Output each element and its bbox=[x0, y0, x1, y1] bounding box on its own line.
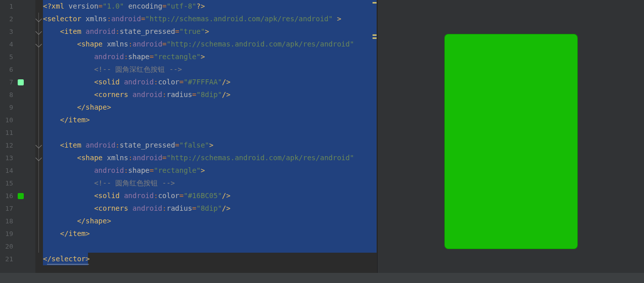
code-editor[interactable]: 123456789101112131415161718192021 <?xml … bbox=[0, 0, 377, 283]
line-number: 2 bbox=[0, 15, 16, 23]
code-line: <solid android:color="#7FFFAA"/> bbox=[43, 76, 231, 88]
fold-toggle[interactable] bbox=[36, 156, 41, 160]
code-area[interactable]: <?xml version="1.0" encoding="utf-8"?> <… bbox=[43, 0, 371, 283]
code-line bbox=[43, 240, 47, 253]
line-number: 16 bbox=[0, 192, 16, 200]
code-line: </shape> bbox=[43, 215, 111, 227]
code-line: <?xml version="1.0" encoding="utf-8"?> bbox=[43, 0, 205, 13]
line-number: 13 bbox=[0, 154, 16, 162]
fold-toggle[interactable] bbox=[36, 29, 41, 34]
code-line: <selector xmlns:android="http://schemas.… bbox=[43, 13, 341, 25]
fold-toggle[interactable] bbox=[36, 42, 41, 46]
color-swatch-icon[interactable] bbox=[18, 193, 24, 199]
line-number: 4 bbox=[0, 40, 16, 48]
line-number: 18 bbox=[0, 217, 16, 225]
line-number: 11 bbox=[0, 129, 16, 136]
line-number: 17 bbox=[0, 205, 16, 212]
fold-strip bbox=[35, 0, 42, 283]
line-number: 19 bbox=[0, 230, 16, 238]
gutter: 123456789101112131415161718192021 bbox=[0, 0, 35, 283]
code-line: <item android:state_pressed="true"> bbox=[43, 25, 209, 38]
line-number: 5 bbox=[0, 53, 16, 61]
code-line: </item> bbox=[43, 227, 90, 240]
line-number: 3 bbox=[0, 28, 16, 35]
app-root: 123456789101112131415161718192021 <?xml … bbox=[0, 0, 644, 283]
code-line: </selector> bbox=[43, 253, 90, 265]
line-number: 1 bbox=[0, 3, 16, 10]
code-line bbox=[43, 126, 47, 139]
line-number: 7 bbox=[0, 78, 16, 86]
line-number: 15 bbox=[0, 179, 16, 187]
preview-shape bbox=[444, 34, 578, 249]
line-number: 9 bbox=[0, 104, 16, 111]
marker-stripe[interactable] bbox=[372, 0, 377, 283]
code-line: <shape xmlns:android="http://schemas.and… bbox=[43, 38, 354, 51]
code-line: android:shape="rectangle"> bbox=[43, 164, 205, 177]
code-line: <!-- 圆角红色按钮 --> bbox=[43, 177, 175, 190]
fold-toggle[interactable] bbox=[36, 17, 41, 21]
fold-toggle[interactable] bbox=[36, 143, 41, 148]
line-number: 10 bbox=[0, 116, 16, 124]
code-line: </shape> bbox=[43, 101, 111, 114]
line-number: 6 bbox=[0, 66, 16, 73]
status-bar bbox=[0, 273, 644, 283]
code-line: <item android:state_pressed="false"> bbox=[43, 139, 213, 152]
line-number: 21 bbox=[0, 255, 16, 263]
line-number: 20 bbox=[0, 243, 16, 250]
code-line: <corners android:radius="8dip"/> bbox=[43, 202, 231, 215]
code-line: <!-- 圆角深红色按钮 --> bbox=[43, 63, 182, 76]
code-line: <corners android:radius="8dip"/> bbox=[43, 88, 231, 101]
code-line: <solid android:color="#16BC05"/> bbox=[43, 190, 231, 202]
code-line: <shape xmlns:android="http://schemas.and… bbox=[43, 152, 354, 164]
code-line: android:shape="rectangle"> bbox=[43, 51, 205, 63]
drawable-preview bbox=[377, 0, 644, 283]
line-number: 14 bbox=[0, 167, 16, 174]
line-number: 8 bbox=[0, 91, 16, 99]
warning-marker[interactable] bbox=[373, 37, 377, 39]
line-number: 12 bbox=[0, 142, 16, 149]
warning-marker[interactable] bbox=[373, 34, 377, 36]
code-line: </item> bbox=[43, 114, 90, 126]
warning-marker[interactable] bbox=[373, 2, 377, 4]
color-swatch-icon[interactable] bbox=[18, 79, 24, 85]
